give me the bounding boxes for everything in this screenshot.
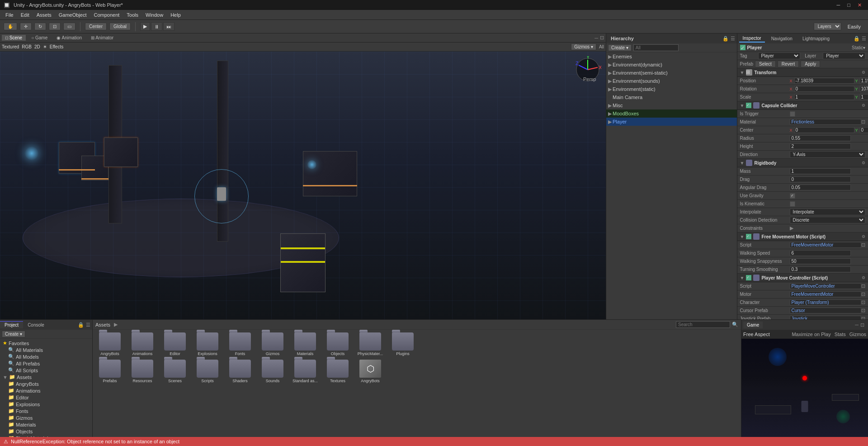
center-btn[interactable]: Center <box>85 23 107 30</box>
game-gizmos-btn[interactable]: Gizmos <box>849 332 866 337</box>
hier-item-env-dynamic[interactable]: ▶ Environment(dynamic) <box>606 61 737 69</box>
menu-assets[interactable]: Assets <box>33 11 55 19</box>
pm-script-value[interactable]: PlayerMoveController <box>790 283 862 289</box>
menu-component[interactable]: Component <box>90 11 123 19</box>
height-input[interactable] <box>790 143 851 149</box>
rotate-tool-btn[interactable]: ↻ <box>34 23 46 30</box>
motor-value[interactable]: FreeMovementMotor <box>790 291 862 297</box>
joystick-prefab-value[interactable]: Joystick <box>790 316 862 319</box>
inspector-lock-icon[interactable]: 🔒 <box>854 36 860 42</box>
capsule-section-header[interactable]: ▼ ✓ Capsule Collider ⚙ <box>737 101 868 110</box>
character-pick[interactable]: ⊡ <box>861 299 865 305</box>
layer-select[interactable]: Player <box>823 52 865 59</box>
rigidbody-section-header[interactable]: ▼ Rigidbody ⚙ <box>737 159 868 167</box>
interpolate-select[interactable]: Interpolate <box>790 209 866 215</box>
player-active-checkbox[interactable]: ✓ <box>740 45 745 50</box>
menu-file[interactable]: File <box>2 11 17 19</box>
player-static-dropdown[interactable]: ▾ <box>863 45 865 50</box>
player-move-settings-icon[interactable]: ⚙ <box>862 275 865 280</box>
project-menu-icon[interactable]: ☰ <box>86 322 90 328</box>
free-movement-settings-icon[interactable]: ⚙ <box>862 234 865 239</box>
asset-physic-material[interactable]: PhysicMater... <box>355 332 386 357</box>
rigidbody-settings-icon[interactable]: ⚙ <box>862 161 865 165</box>
radius-input[interactable] <box>790 135 851 141</box>
inspector-menu-icon[interactable]: ☰ <box>862 36 866 42</box>
asset-textures[interactable]: Textures <box>322 359 353 384</box>
hierarchy-create-btn[interactable]: Create ▾ <box>608 44 632 51</box>
tree-fonts[interactable]: 📁 Fonts <box>1 408 91 414</box>
tree-angrybots[interactable]: 📁 AngryBots <box>1 380 91 387</box>
hier-item-moodboxes[interactable]: ▶ MoodBoxes <box>606 109 737 118</box>
tree-assets-header[interactable]: ▼ 📁 Assets <box>1 374 91 380</box>
asset-prefabs[interactable]: Prefabs <box>94 359 125 384</box>
prefab-apply-btn[interactable]: Apply <box>801 61 820 67</box>
pos-y-input[interactable] <box>860 78 868 84</box>
material-pick-icon[interactable]: ⊡ <box>861 119 865 125</box>
hier-item-env-static[interactable]: ▶ Environment(static) <box>606 85 737 93</box>
fm-script-value[interactable]: FreeMovementMotor <box>790 242 862 248</box>
tree-objects[interactable]: 📁 Objects <box>1 428 91 435</box>
angular-drag-input[interactable] <box>790 185 851 190</box>
transform-settings-icon[interactable]: ⚙ <box>862 70 865 75</box>
tree-materials[interactable]: 📁 Materials <box>1 421 91 428</box>
asset-objects[interactable]: Objects <box>322 332 353 357</box>
prefab-select-btn[interactable]: Select <box>755 61 776 67</box>
collision-select[interactable]: Discrete <box>790 217 866 223</box>
win-maximize[interactable]: □ <box>844 2 853 8</box>
hier-item-misc[interactable]: ▶ Misc <box>606 101 737 109</box>
tree-all-prefabs[interactable]: 🔍 All Prefabs <box>1 360 91 367</box>
step-btn[interactable]: ⏭ <box>163 22 175 31</box>
asset-animations[interactable]: Animations <box>127 332 158 357</box>
rot-y-input[interactable] <box>860 86 868 92</box>
walking-snappyness-input[interactable] <box>790 258 851 264</box>
asset-editor[interactable]: Editor <box>160 332 190 357</box>
tree-gizmos[interactable]: 📁 Gizmos <box>1 414 91 421</box>
player-name[interactable]: Player <box>747 45 852 50</box>
asset-shaders[interactable]: Shaders <box>225 359 255 384</box>
walking-speed-input[interactable] <box>790 250 851 256</box>
free-aspect-btn[interactable]: Free Aspect <box>743 332 770 337</box>
stats-btn[interactable]: Stats <box>835 332 846 337</box>
is-trigger-checkbox[interactable] <box>790 111 795 117</box>
is-kinematic-checkbox[interactable] <box>790 201 795 207</box>
tree-favorites-header[interactable]: ★ Favorites <box>1 340 91 346</box>
drag-input[interactable] <box>790 176 851 182</box>
asset-sounds[interactable]: Sounds <box>257 359 288 384</box>
menu-gameobject[interactable]: GameObject <box>55 11 90 19</box>
asset-standard[interactable]: Standard as... <box>290 359 321 384</box>
use-gravity-checkbox[interactable] <box>790 193 795 199</box>
tab-lightmapping[interactable]: Lightmapping <box>799 35 833 42</box>
asset-fonts[interactable]: Fonts <box>225 332 255 357</box>
tree-all-materials[interactable]: 🔍 All Materials <box>1 346 91 353</box>
joystick-prefab-pick[interactable]: ⊡ <box>861 316 865 319</box>
asset-resources[interactable]: Resources <box>127 359 158 384</box>
pm-script-pick[interactable]: ⊡ <box>861 283 865 289</box>
rect-tool-btn[interactable]: ▭ <box>63 23 75 30</box>
center-x-input[interactable] <box>794 127 854 133</box>
hier-item-player[interactable]: ▶ Player <box>606 118 737 126</box>
hier-item-env-sounds[interactable]: ▶ Environment(sounds) <box>606 77 737 85</box>
tree-animations[interactable]: 📁 Animations <box>1 387 91 394</box>
gizmos-btn[interactable]: Gizmos ▾ <box>571 43 596 50</box>
asset-scripts[interactable]: Scripts <box>192 359 223 384</box>
tree-all-models[interactable]: 🔍 All Models <box>1 353 91 360</box>
direction-select[interactable]: Y-Axis <box>790 151 866 158</box>
cursor-prefab-pick[interactable]: ⊡ <box>861 308 865 313</box>
hier-item-env-semi[interactable]: ▶ Environment(semi-static) <box>606 69 737 77</box>
tab-console[interactable]: Console <box>23 322 49 328</box>
hand-tool-btn[interactable]: ✋ <box>4 23 17 30</box>
fm-script-pick[interactable]: ⊡ <box>861 242 865 248</box>
game-lock-icon[interactable]: ─ <box>855 322 859 327</box>
constraints-arrow[interactable]: ▶ <box>790 225 793 231</box>
hierarchy-lock-icon[interactable]: 🔒 <box>722 36 729 42</box>
project-create-btn[interactable]: Create ▾ <box>2 331 25 337</box>
center-y-input[interactable] <box>860 127 868 133</box>
player-move-enable[interactable]: ✓ <box>746 275 751 280</box>
pos-x-input[interactable] <box>794 78 854 84</box>
hierarchy-search-input[interactable] <box>633 44 679 51</box>
asset-gizmos[interactable]: Gizmos <box>257 332 288 357</box>
motor-pick[interactable]: ⊡ <box>861 291 865 297</box>
asset-materials[interactable]: Materials <box>290 332 321 357</box>
textured-btn[interactable]: Textured <box>2 44 19 49</box>
cursor-prefab-value[interactable]: Cursor <box>790 308 862 313</box>
